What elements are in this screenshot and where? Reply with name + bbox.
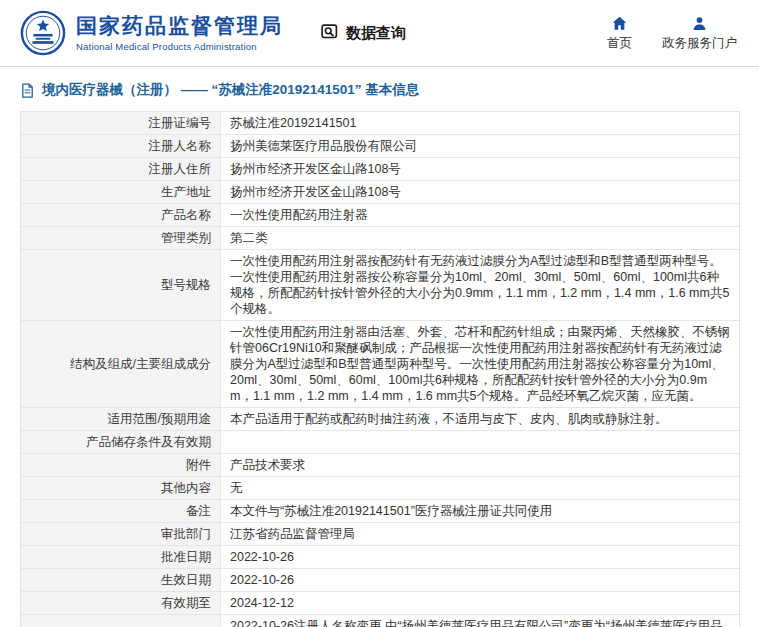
table-row: 批准日期 2022-10-26 xyxy=(21,546,740,569)
user-icon xyxy=(691,15,708,32)
field-value: 本文件与“苏械注准20192141501”医疗器械注册证共同使用 xyxy=(221,500,740,523)
field-value: 2022-10-26注册人名称变更 由“扬州美德莱医疗用品有限公司”变更为“扬州… xyxy=(221,615,740,627)
field-label: 型号规格 xyxy=(21,250,221,321)
org-name-en: National Medical Products Administration xyxy=(76,41,283,52)
table-row: 产品储存条件及有效期 xyxy=(21,431,740,454)
table-row: 产品名称 一次性使用配药用注射器 xyxy=(21,204,740,227)
search-icon xyxy=(321,24,340,43)
nav-gov-portal[interactable]: 政务服务门户 xyxy=(662,15,737,52)
document-icon xyxy=(20,83,35,98)
table-row: 有效期至 2024-12-12 xyxy=(21,592,740,615)
field-value: 2022-10-26 xyxy=(221,546,740,569)
table-row: 注册人住所 扬州市经济开发区金山路108号 xyxy=(21,158,740,181)
table-row: 变更情况 2022-10-26注册人名称变更 由“扬州美德莱医疗用品有限公司”变… xyxy=(21,615,740,627)
field-label: 批准日期 xyxy=(21,546,221,569)
field-label: 注册人名称 xyxy=(21,135,221,158)
field-value: 一次性使用配药用注射器由活塞、外套、芯杆和配药针组成；由聚丙烯、天然橡胶、不锈钢… xyxy=(221,321,740,408)
org-name-zh: 国家药品监督管理局 xyxy=(76,14,283,37)
table-row: 管理类别 第二类 xyxy=(21,227,740,250)
field-label: 产品名称 xyxy=(21,204,221,227)
page-title: 境内医疗器械（注册） —— “苏械注准20192141501” 基本信息 xyxy=(42,81,419,99)
table-row: 型号规格 一次性使用配药用注射器按配药针有无药液过滤膜分为A型过滤型和B型普通型… xyxy=(21,250,740,321)
field-value: 本产品适用于配药或配药时抽注药液，不适用与皮下、皮内、肌肉或静脉注射。 xyxy=(221,408,740,431)
field-value: 江苏省药品监督管理局 xyxy=(221,523,740,546)
national-emblem-logo xyxy=(20,10,66,56)
field-value: 扬州市经济开发区金山路108号 xyxy=(221,181,740,204)
field-label: 备注 xyxy=(21,500,221,523)
nav-home-label: 首页 xyxy=(607,35,632,52)
top-header: 国家药品监督管理局 National Medical Products Admi… xyxy=(0,0,759,66)
field-value: 2024-12-12 xyxy=(221,592,740,615)
field-label: 注册证编号 xyxy=(21,112,221,135)
table-row: 审批部门 江苏省药品监督管理局 xyxy=(21,523,740,546)
table-row: 注册证编号 苏械注准20192141501 xyxy=(21,112,740,135)
field-label: 附件 xyxy=(21,454,221,477)
field-value: 2022-10-26 xyxy=(221,569,740,592)
home-icon xyxy=(611,15,628,32)
table-row: 生效日期 2022-10-26 xyxy=(21,569,740,592)
table-row: 生产地址 扬州市经济开发区金山路108号 xyxy=(21,181,740,204)
field-label: 生效日期 xyxy=(21,569,221,592)
top-nav: 首页 政务服务门户 xyxy=(607,15,743,52)
table-row: 备注 本文件与“苏械注准20192141501”医疗器械注册证共同使用 xyxy=(21,500,740,523)
field-label: 产品储存条件及有效期 xyxy=(21,431,221,454)
table-row: 注册人名称 扬州美德莱医疗用品股份有限公司 xyxy=(21,135,740,158)
field-label: 生产地址 xyxy=(21,181,221,204)
registration-info-table: 注册证编号 苏械注准20192141501 注册人名称 扬州美德莱医疗用品股份有… xyxy=(20,111,740,627)
field-value: 一次性使用配药用注射器按配药针有无药液过滤膜分为A型过滤型和B型普通型两种型号。… xyxy=(221,250,740,321)
field-label: 审批部门 xyxy=(21,523,221,546)
field-label: 适用范围/预期用途 xyxy=(21,408,221,431)
field-label: 注册人住所 xyxy=(21,158,221,181)
field-value: 第二类 xyxy=(221,227,740,250)
field-value: 苏械注准20192141501 xyxy=(221,112,740,135)
field-label: 其他内容 xyxy=(21,477,221,500)
nav-home[interactable]: 首页 xyxy=(607,15,632,52)
data-query-label: 数据查询 xyxy=(346,24,406,43)
brand-text: 国家药品监督管理局 National Medical Products Admi… xyxy=(76,14,283,51)
field-value: 扬州市经济开发区金山路108号 xyxy=(221,158,740,181)
field-value: 扬州美德莱医疗用品股份有限公司 xyxy=(221,135,740,158)
field-label: 管理类别 xyxy=(21,227,221,250)
field-label: 变更情况 xyxy=(21,615,221,627)
data-query-button[interactable]: 数据查询 xyxy=(321,24,406,43)
field-label: 有效期至 xyxy=(21,592,221,615)
table-row: 其他内容 无 xyxy=(21,477,740,500)
table-row: 结构及组成/主要组成成分 一次性使用配药用注射器由活塞、外套、芯杆和配药针组成；… xyxy=(21,321,740,408)
nav-gov-portal-label: 政务服务门户 xyxy=(662,35,737,52)
field-value: 无 xyxy=(221,477,740,500)
table-row: 适用范围/预期用途 本产品适用于配药或配药时抽注药液，不适用与皮下、皮内、肌肉或… xyxy=(21,408,740,431)
page: 国家药品监督管理局 National Medical Products Admi… xyxy=(0,0,759,627)
table-row: 附件 产品技术要求 xyxy=(21,454,740,477)
field-value: 一次性使用配药用注射器 xyxy=(221,204,740,227)
breadcrumb: 境内医疗器械（注册） —— “苏械注准20192141501” 基本信息 xyxy=(0,67,759,109)
field-value xyxy=(221,431,740,454)
field-value: 产品技术要求 xyxy=(221,454,740,477)
field-label: 结构及组成/主要组成成分 xyxy=(21,321,221,408)
brand: 国家药品监督管理局 National Medical Products Admi… xyxy=(20,10,283,56)
